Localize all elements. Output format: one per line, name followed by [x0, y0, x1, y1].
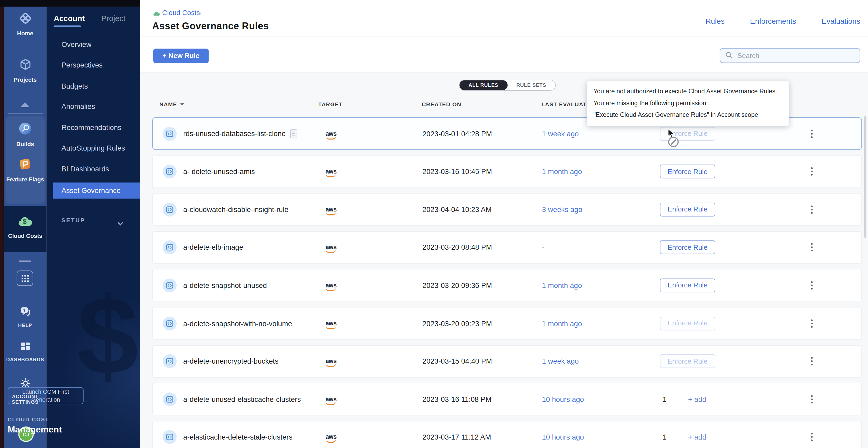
aws-logo: aws [326, 282, 337, 291]
last-evaluation-cell: - [542, 243, 545, 251]
rail-item-help[interactable]: ? HELP [4, 306, 47, 328]
cloud-costs-icon: $ [17, 215, 33, 230]
sidebar-item-autostopping-rules[interactable]: AutoStopping Rules [61, 144, 125, 152]
rule-icon [163, 278, 177, 292]
enforce-rule-button[interactable]: Enforce Rule [660, 316, 715, 330]
table-row[interactable]: a-cloudwatch-disable-insight-ruleaws2023… [152, 193, 862, 226]
launch-ccm-first-gen-button[interactable]: Launch CCM First Generation [8, 387, 83, 404]
enforce-rule-button[interactable]: Enforce Rule [660, 165, 715, 178]
rule-icon [163, 240, 177, 254]
aws-logo: aws [326, 244, 337, 253]
enforce-rule-button[interactable]: Enforce Rule [660, 203, 715, 216]
rule-name: a-elasticache-delete-stale-clusters [183, 433, 292, 441]
breadcrumb-separator: › [199, 9, 201, 16]
dashboards-grid-icon [20, 341, 31, 354]
kebab-menu-icon[interactable] [809, 317, 815, 330]
kebab-menu-icon[interactable] [809, 241, 815, 254]
rule-icon [163, 316, 177, 330]
screen-edge-strip [0, 0, 4, 448]
rail-item-cloud-costs[interactable]: $ Cloud Costs [4, 215, 47, 239]
new-rule-button[interactable]: + New Rule [153, 49, 209, 63]
last-evaluation-cell[interactable]: 3 weeks ago [542, 205, 583, 214]
kebab-menu-icon[interactable] [809, 279, 815, 291]
last-evaluation-cell[interactable]: 10 hours ago [542, 433, 584, 441]
copy-document-icon[interactable] [290, 129, 297, 138]
kebab-menu-icon[interactable] [809, 127, 815, 140]
sidebar-item-recommendations[interactable]: Recommendations [61, 124, 121, 132]
target-cell: aws [326, 279, 337, 291]
rail-item-label: Projects [14, 76, 37, 83]
rail-item-feature-flags[interactable]: Feature Flags [4, 157, 47, 183]
header-divider [140, 36, 868, 37]
tooltip-line: You are missing the following permission… [593, 97, 782, 109]
tab-rules[interactable]: Rules [706, 17, 724, 25]
last-evaluation-cell[interactable]: 1 week ago [542, 357, 579, 365]
tab-enforcements[interactable]: Enforcements [750, 17, 796, 25]
last-evaluation-cell[interactable]: 10 hours ago [542, 395, 584, 403]
rail-item-label: Home [17, 30, 33, 36]
scope-tab-account[interactable]: Account [54, 14, 85, 23]
last-evaluation-cell[interactable]: 1 month ago [542, 319, 582, 327]
tab-evaluations[interactable]: Evaluations [822, 17, 860, 25]
harness-home-icon [18, 11, 32, 28]
sidebar-item-asset-governance[interactable]: Asset Governance [61, 186, 121, 195]
rail-item-projects[interactable]: Projects [4, 58, 47, 83]
kebab-menu-icon[interactable] [809, 203, 815, 216]
chevron-down-icon[interactable] [118, 218, 124, 228]
last-evaluation-cell[interactable]: 1 month ago [542, 167, 582, 176]
column-header-created-on: CREATED ON [422, 101, 461, 107]
scope-tab-project[interactable]: Project [101, 14, 125, 23]
toggle-all-rules[interactable]: ALL RULES [460, 80, 507, 90]
rail-scroll-up-icon[interactable] [20, 102, 30, 107]
target-cell: aws [326, 204, 337, 215]
rule-icon [163, 127, 177, 140]
sidebar-item-anomalies[interactable]: Anomalies [61, 102, 95, 110]
last-evaluation-cell[interactable]: 1 month ago [542, 281, 582, 289]
created-on-cell: 2023-03-01 04:28 PM [422, 130, 492, 138]
rail-item-label: Feature Flags [6, 176, 44, 182]
table-row[interactable]: a-elasticache-delete-stale-clustersaws20… [152, 421, 862, 448]
kebab-menu-icon[interactable] [809, 431, 815, 444]
add-enforcement-link[interactable]: + add [688, 433, 706, 441]
rule-name: a-cloudwatch-disable-insight-rule [183, 205, 288, 214]
kebab-menu-icon[interactable] [809, 393, 815, 406]
table-row[interactable]: a-delete-snapshot-unusedaws2023-03-20 09… [152, 269, 862, 302]
created-on-cell: 2023-03-20 08:48 PM [422, 243, 492, 251]
enforcement-count: 1 [663, 395, 666, 403]
enforce-rule-button[interactable]: Enforce Rule [660, 240, 715, 254]
last-evaluation-cell[interactable]: 1 week ago [542, 130, 579, 138]
rule-icon [163, 430, 177, 444]
rail-item-home[interactable]: Home [4, 11, 47, 37]
table-row[interactable]: a-delete-unused-elasticache-clustersaws2… [152, 383, 862, 416]
module-grid-icon[interactable] [17, 271, 33, 286]
sidebar-item-perspectives[interactable]: Perspectives [61, 61, 103, 69]
created-on-cell: 2023-03-20 09:23 PM [422, 319, 492, 327]
rule-icon [163, 165, 177, 178]
rule-name: a-delete-unused-elasticache-clusters [183, 395, 301, 403]
breadcrumb-cloud-costs[interactable]: Cloud Costs [162, 9, 200, 16]
scrollbar-thumb[interactable] [864, 116, 866, 238]
created-on-cell: 2023-03-17 11:12 AM [422, 433, 491, 441]
screen-top-strip [0, 0, 140, 7]
enforce-rule-button[interactable]: Enforce Rule [660, 354, 715, 368]
column-header-name[interactable]: NAME [159, 101, 184, 107]
table-row[interactable]: a-delete-unencrypted-bucketsaws2023-03-1… [152, 345, 862, 378]
sidebar-setup-section[interactable]: SETUP [61, 217, 85, 223]
rail-item-label: Cloud Costs [8, 232, 42, 239]
column-header-target: TARGET [318, 101, 343, 107]
rail-item-dashboards[interactable]: DASHBOARDS [4, 341, 47, 362]
kebab-menu-icon[interactable] [809, 165, 815, 178]
sidebar-item-overview[interactable]: Overview [61, 40, 92, 48]
sidebar-item-budgets[interactable]: Budgets [61, 82, 88, 90]
table-row[interactable]: a-delete-snapshot-with-no-volumeaws2023-… [152, 307, 862, 340]
add-enforcement-link[interactable]: + add [688, 395, 706, 403]
table-row[interactable]: a-delete-elb-imageaws2023-03-20 08:48 PM… [152, 231, 862, 264]
sidebar-item-bi-dashboards[interactable]: BI Dashboards [61, 165, 109, 173]
table-row[interactable]: a- delete-unused-amisaws2023-03-16 10:45… [152, 155, 862, 188]
toggle-rule-sets[interactable]: RULE SETS [507, 80, 555, 90]
rule-name: a-delete-snapshot-unused [183, 281, 267, 289]
search-input[interactable] [736, 51, 849, 60]
enforce-rule-button[interactable]: Enforce Rule [660, 278, 715, 292]
rail-item-builds[interactable]: Builds [4, 121, 47, 147]
kebab-menu-icon[interactable] [809, 355, 815, 368]
